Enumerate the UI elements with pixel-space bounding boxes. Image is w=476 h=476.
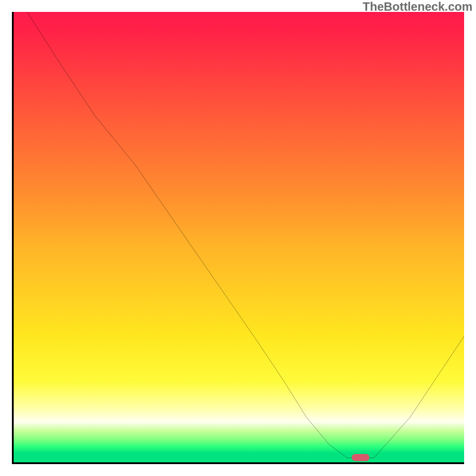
bottleneck-chart: TheBottleneck.com	[0, 0, 476, 476]
curve-layer	[14, 12, 464, 462]
optimum-marker	[352, 454, 369, 461]
plot-area	[12, 12, 464, 464]
bottleneck-curve-path	[27, 12, 464, 458]
